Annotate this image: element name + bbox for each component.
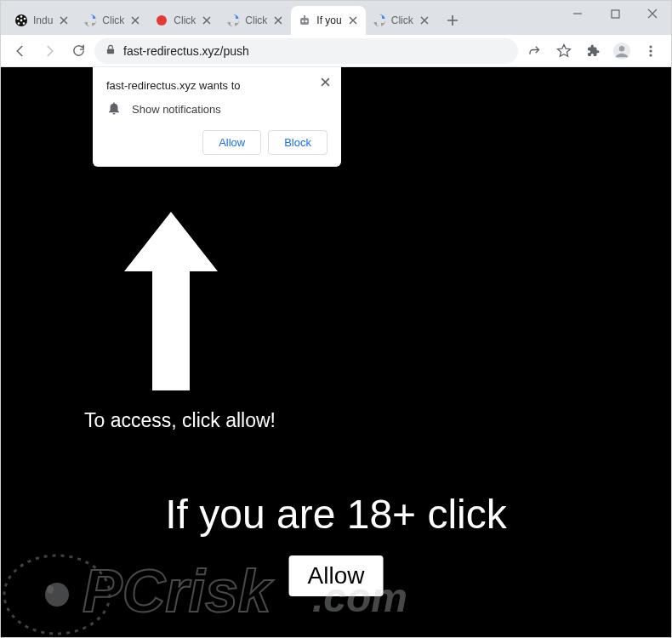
- block-button[interactable]: Block: [268, 130, 327, 155]
- notification-permission-dialog: fast-redirectus.xyz wants to Show notifi…: [93, 67, 341, 167]
- bell-icon: [106, 100, 122, 118]
- age-headline-text: If you are 18+ click: [1, 491, 671, 538]
- recaptcha-icon: [83, 14, 97, 27]
- tab[interactable]: Click: [219, 6, 291, 35]
- url-text: fast-redirectus.xyz/push: [123, 44, 249, 58]
- titlebar: Indu Click Click: [1, 1, 671, 35]
- svg-point-6: [17, 18, 20, 20]
- up-arrow-icon: [120, 212, 222, 390]
- forward-button[interactable]: [37, 38, 62, 64]
- recaptcha-icon: [373, 14, 386, 27]
- close-icon[interactable]: [201, 14, 213, 26]
- tab-title: Click: [102, 14, 124, 26]
- svg-rect-11: [304, 15, 305, 18]
- window-close-button[interactable]: [634, 1, 671, 26]
- svg-point-2: [20, 15, 23, 18]
- lock-icon: [105, 43, 117, 58]
- tab[interactable]: Click: [148, 6, 219, 35]
- minimize-button[interactable]: [559, 1, 596, 26]
- svg-rect-8: [300, 18, 309, 25]
- svg-point-4: [23, 22, 26, 25]
- svg-point-18: [649, 54, 652, 56]
- recaptcha-icon: [226, 14, 240, 27]
- allow-button[interactable]: Allow: [202, 130, 261, 155]
- record-icon: [155, 14, 168, 27]
- star-icon[interactable]: [550, 37, 578, 65]
- svg-point-19: [4, 555, 110, 634]
- tab-title: Click: [391, 14, 413, 26]
- permission-text: Show notifications: [132, 103, 221, 116]
- reel-icon: [14, 14, 28, 27]
- profile-icon[interactable]: [608, 37, 635, 65]
- extension-icon[interactable]: [579, 37, 607, 65]
- close-icon[interactable]: [58, 14, 70, 26]
- svg-point-5: [18, 22, 20, 25]
- address-bar[interactable]: fast-redirectus.xyz/push: [94, 38, 518, 64]
- tab-title: Indu: [33, 14, 53, 26]
- permission-host-text: fast-redirectus.xyz wants to: [106, 79, 327, 92]
- menu-icon[interactable]: [637, 37, 664, 65]
- robot-icon: [298, 14, 311, 27]
- svg-point-16: [649, 45, 652, 48]
- watermark-text: PCrisk: [83, 558, 274, 624]
- maximize-button[interactable]: [596, 1, 634, 26]
- tab[interactable]: Indu: [8, 6, 77, 35]
- svg-point-10: [305, 20, 308, 23]
- tab-active[interactable]: If you: [291, 6, 365, 35]
- tab[interactable]: Click: [366, 6, 437, 35]
- svg-point-7: [157, 15, 167, 26]
- svg-rect-13: [107, 48, 114, 54]
- svg-point-9: [302, 20, 305, 23]
- svg-point-21: [47, 585, 54, 594]
- close-icon[interactable]: [272, 14, 284, 26]
- tab-strip: Indu Click Click: [1, 6, 464, 35]
- svg-point-1: [20, 20, 23, 22]
- close-icon[interactable]: [347, 14, 359, 26]
- tab-title: If you: [316, 14, 341, 26]
- close-icon[interactable]: [129, 14, 141, 26]
- tab-title: Click: [245, 14, 267, 26]
- page-allow-button[interactable]: Allow: [289, 555, 384, 596]
- dialog-close-icon[interactable]: [317, 74, 333, 89]
- browser-window: Indu Click Click: [0, 0, 672, 638]
- access-instruction-text: To access, click allow!: [84, 409, 276, 432]
- svg-point-20: [45, 583, 69, 607]
- reload-button[interactable]: [65, 38, 91, 64]
- watermark: PCrisk .com: [31, 545, 474, 630]
- permission-actions: Allow Block: [106, 130, 327, 155]
- toolbar: fast-redirectus.xyz/push: [1, 35, 671, 67]
- svg-point-3: [24, 18, 26, 20]
- permission-row: Show notifications: [106, 100, 327, 118]
- back-button[interactable]: [8, 38, 33, 64]
- share-icon[interactable]: [521, 37, 549, 65]
- page-viewport: fast-redirectus.xyz wants to Show notifi…: [1, 67, 671, 637]
- svg-point-17: [649, 49, 652, 52]
- svg-rect-12: [612, 10, 619, 18]
- new-tab-button[interactable]: [441, 9, 464, 32]
- tab-title: Click: [174, 14, 196, 26]
- close-icon[interactable]: [419, 14, 430, 26]
- toolbar-actions: [521, 37, 664, 65]
- tab[interactable]: Click: [77, 6, 148, 35]
- window-controls: [559, 1, 671, 26]
- svg-point-15: [619, 46, 624, 51]
